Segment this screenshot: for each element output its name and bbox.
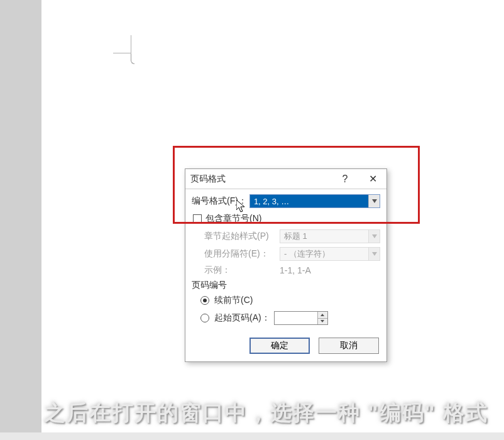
start-at-label: 起始页码(A)： [214,312,270,324]
number-format-selected: 1, 2, 3, … [250,195,368,207]
ok-button[interactable]: 确定 [249,338,310,354]
continue-previous-radio[interactable] [200,296,209,305]
start-at-spinner[interactable] [274,311,328,325]
close-icon: ✕ [369,173,377,185]
close-button[interactable]: ✕ [359,169,386,189]
page-number-format-dialog: 页码格式 ? ✕ 编号格式(F)： 1, 2, 3, … 包含章节号(N) [185,168,387,362]
chapter-start-dropdown: 标题 1 [280,229,380,243]
example-value: 1-1, 1-A [280,265,311,275]
help-icon: ? [342,173,348,185]
bottom-edge [0,432,504,440]
example-label: 示例： [204,265,280,276]
chevron-down-icon [368,195,380,207]
chevron-down-icon [368,248,380,260]
include-chapter-checkbox[interactable] [193,214,202,223]
spinner-up-icon[interactable] [318,312,327,319]
help-button[interactable]: ? [331,169,359,189]
spinner-down-icon[interactable] [318,319,327,325]
header-margin-marker [113,35,135,67]
chapter-start-label: 章节起始样式(P) [204,231,280,242]
subtitle-caption: 之后在打开的窗口中，选择一种 "编码" 格式 [44,399,488,427]
dialog-title: 页码格式 [190,173,226,185]
chevron-down-icon [368,230,380,243]
separator-label: 使用分隔符(E)： [204,248,280,260]
page-numbering-section-label: 页码编号 [192,280,380,291]
side-panel [0,0,41,440]
number-format-label: 编号格式(F)： [192,195,247,207]
continue-previous-label: 续前节(C) [214,295,253,306]
cancel-button[interactable]: 取消 [319,338,379,354]
include-chapter-label: 包含章节号(N) [205,213,261,224]
dialog-titlebar[interactable]: 页码格式 ? ✕ [185,169,386,189]
number-format-dropdown[interactable]: 1, 2, 3, … [249,194,380,208]
start-at-radio[interactable] [200,314,209,322]
separator-dropdown: - （连字符） [280,247,380,261]
